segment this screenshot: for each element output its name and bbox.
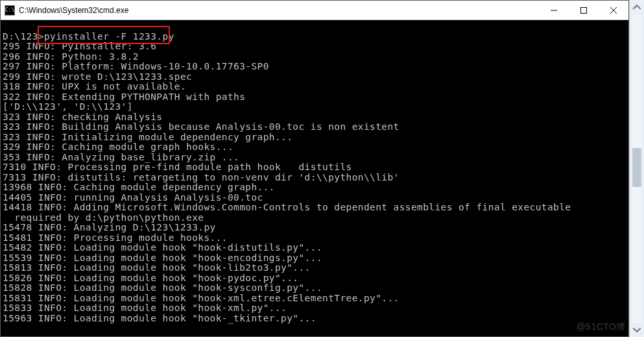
terminal-line: 7310 INFO: Processing pre-find module pa… xyxy=(3,162,628,173)
terminal-line: 15813 INFO: Loading module hook "hook-li… xyxy=(3,263,628,273)
terminal-line: 318 INFO: UPX is not available. xyxy=(3,82,628,92)
close-icon xyxy=(610,7,617,14)
terminal-line: 15482 INFO: Loading module hook "hook-di… xyxy=(3,243,628,253)
terminal-line: 323 INFO: Building Analysis because Anal… xyxy=(3,122,628,132)
terminal-line: 15478 INFO: Analyzing D:\123\1233.py xyxy=(3,223,628,233)
watermark-text: @51CTO博 xyxy=(576,321,626,333)
svg-rect-1 xyxy=(581,7,587,13)
terminal-line: 323 INFO: Initializing module dependency… xyxy=(3,132,628,143)
window-title: C:\Windows\System32\cmd.exe xyxy=(19,6,539,15)
terminal-line: 323 INFO: checking Analysis xyxy=(3,112,628,123)
terminal-line: 15833 INFO: Loading module hook "hook-xm… xyxy=(3,303,628,314)
page-scrollbar[interactable] xyxy=(629,0,644,337)
terminal-line xyxy=(3,21,628,32)
titlebar[interactable]: C:\ C:\Windows\System32\cmd.exe xyxy=(1,1,628,20)
cmd-window: C:\ C:\Windows\System32\cmd.exe D:\123>p… xyxy=(0,0,629,337)
terminal-line: 14418 INFO: Adding Microsoft.Windows.Com… xyxy=(3,203,628,213)
terminal-prompt-line: D:\123>pyinstaller -F 1233.py xyxy=(3,32,628,42)
terminal-line: 13968 INFO: Caching module dependency gr… xyxy=(3,182,628,193)
terminal-line: 296 INFO: Python: 3.8.2 xyxy=(3,52,628,62)
terminal-line: 14405 INFO: running Analysis Analysis-00… xyxy=(3,193,628,203)
terminal-line: 15828 INFO: Loading module hook "hook-sy… xyxy=(3,283,628,293)
terminal-line: 15826 INFO: Loading module hook "hook-py… xyxy=(3,273,628,284)
maximize-button[interactable] xyxy=(569,1,599,19)
scroll-up-icon[interactable] xyxy=(632,3,641,12)
terminal-line: 15963 INFO: Loading module hook "hook-_t… xyxy=(3,314,628,324)
maximize-icon xyxy=(580,7,587,14)
window-controls xyxy=(539,1,628,19)
app-icon: C:\ xyxy=(5,5,15,16)
scroll-down-icon[interactable] xyxy=(632,325,641,334)
terminal-line: 15481 INFO: Processing module hooks... xyxy=(3,233,628,243)
terminal-output[interactable]: D:\123>pyinstaller -F 1233.py295 INFO: P… xyxy=(1,20,628,336)
terminal-line: 295 INFO: PyInstaller: 3.6 xyxy=(3,42,628,52)
close-button[interactable] xyxy=(599,1,628,19)
terminal-line: ['D:\\123', 'D:\\123'] xyxy=(3,102,628,112)
terminal-line: 299 INFO: wrote D:\123\1233.spec xyxy=(3,72,628,82)
terminal-line: 15539 INFO: Loading module hook "hook-en… xyxy=(3,253,628,264)
terminal-line: required by d:\python\python.exe xyxy=(3,213,628,223)
minimize-icon xyxy=(551,7,557,14)
terminal-line: 329 INFO: Caching module graph hooks... xyxy=(3,142,628,153)
terminal-line: 353 INFO: Analyzing base_library.zip ... xyxy=(3,153,628,163)
scroll-thumb[interactable] xyxy=(632,148,641,187)
terminal-line: 15831 INFO: Loading module hook "hook-xm… xyxy=(3,293,628,304)
terminal-line: 322 INFO: Extending PYTHONPATH with path… xyxy=(3,92,628,103)
terminal-line: 7313 INFO: distutils: retargeting to non… xyxy=(3,173,628,183)
terminal-line: 297 INFO: Platform: Windows-10-10.0.1776… xyxy=(3,62,628,72)
minimize-button[interactable] xyxy=(539,1,569,19)
